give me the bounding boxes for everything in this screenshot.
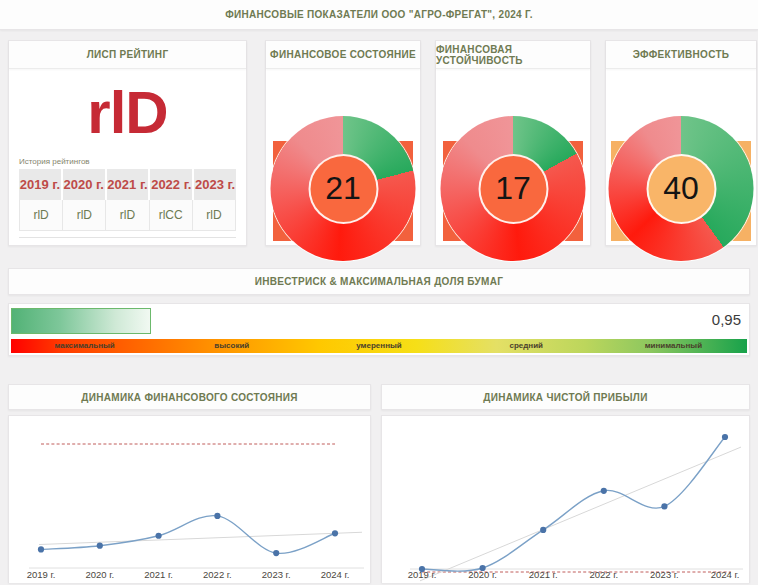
invest-risk-panel: 0,95 максимальныйвысокийумеренныйсредний… [8, 303, 750, 356]
divider [19, 237, 236, 238]
rating-history-year-cell: 2022 г. [150, 169, 194, 200]
financial-state-chart-panel: 2019 г.2020 г.2021 г.2022 г.2023 г.2024 … [8, 415, 371, 583]
svg-text:2020 г.: 2020 г. [85, 569, 114, 580]
rating-history-value-cell: rlD [19, 200, 62, 231]
net-profit-chart-header: ДИНАМИКА ЧИСТОЙ ПРИБЫЛИ [381, 384, 750, 410]
gauge-value: 21 [308, 154, 378, 224]
net-profit-dynamics-chart: 2019 г.2020 г.2021 г.2022 г.2023 г.2024 … [382, 416, 751, 584]
svg-text:2019 г.: 2019 г. [27, 569, 56, 580]
rating-history-years-row: 2019 г.2020 г.2021 г.2022 г.2023 г. [19, 169, 236, 200]
gauge-value: 40 [646, 154, 716, 224]
gauge-body: 17 [436, 69, 590, 247]
gauge-donut-chart: 40 [609, 116, 754, 261]
gauge-financial-state-header: ФИНАНСОВОЕ СОСТОЯНИЕ [266, 41, 420, 69]
rating-history-value-cell: rlD [192, 200, 236, 231]
svg-text:2023 г.: 2023 г. [262, 569, 291, 580]
svg-text:2021 г.: 2021 г. [529, 569, 558, 580]
gauge-financial-state: ФИНАНСОВОЕ СОСТОЯНИЕ 21 [265, 40, 421, 246]
svg-text:2019 г.: 2019 г. [408, 569, 437, 580]
invest-risk-title: ИНВЕСТРИСК & МАКСИМАЛЬНАЯ ДОЛЯ БУМАГ [255, 276, 503, 287]
dashboard: ФИНАНСОВЫЕ ПОКАЗАТЕЛИ ООО "Агро-Фрегат",… [0, 0, 758, 585]
financial-state-chart-title: ДИНАМИКА ФИНАНСОВОГО СОСТОЯНИЯ [81, 392, 297, 403]
gauge-donut-chart: 17 [441, 116, 586, 261]
risk-scale-label: высокий [158, 339, 305, 353]
lisp-rating-header: ЛИСП РЕЙТИНГ [9, 41, 246, 69]
current-rating-value: rlD [9, 71, 246, 155]
net-profit-chart-panel: 2019 г.2020 г.2021 г.2022 г.2023 г.2024 … [381, 415, 750, 583]
gauge-financial-stability-header: ФИНАНСОВАЯ УСТОЙЧИВОСТЬ [436, 41, 590, 69]
financial-state-chart-header: ДИНАМИКА ФИНАНСОВОГО СОСТОЯНИЯ [8, 384, 371, 410]
gauge-financial-stability-title: ФИНАНСОВАЯ УСТОЙЧИВОСТЬ [436, 44, 590, 66]
risk-scale-label: средний [453, 339, 600, 353]
lisp-rating-panel: ЛИСП РЕЙТИНГ rlD История рейтингов 2019 … [8, 40, 247, 246]
net-profit-chart-title: ДИНАМИКА ЧИСТОЙ ПРИБЫЛИ [483, 392, 647, 403]
svg-text:2023 г.: 2023 г. [650, 569, 679, 580]
rating-history-value-cell: rlD [105, 200, 148, 231]
rating-history-value-cell: rlD [62, 200, 105, 231]
rating-history-values-row: rlDrlDrlDrlCCrlD [19, 200, 236, 231]
risk-scale-label: умеренный [305, 339, 452, 353]
lisp-rating-title: ЛИСП РЕЙТИНГ [87, 49, 169, 60]
gauge-efficiency: ЭФФЕКТИВНОСТЬ 40 [605, 40, 757, 246]
svg-text:2022 г.: 2022 г. [589, 569, 618, 580]
gauge-value: 17 [478, 154, 548, 224]
risk-scale-label: максимальный [11, 339, 158, 353]
rating-history-label: История рейтингов [19, 157, 246, 166]
svg-text:2024 г.: 2024 г. [321, 569, 350, 580]
risk-fill-bar [11, 308, 151, 334]
gauge-financial-stability: ФИНАНСОВАЯ УСТОЙЧИВОСТЬ 17 [435, 40, 591, 246]
financial-state-dynamics-chart: 2019 г.2020 г.2021 г.2022 г.2023 г.2024 … [9, 416, 372, 584]
gauge-efficiency-title: ЭФФЕКТИВНОСТЬ [633, 49, 730, 60]
gauge-body: 21 [266, 69, 420, 247]
gauge-donut-chart: 21 [271, 116, 416, 261]
risk-value: 0,95 [712, 311, 741, 328]
gauge-financial-state-title: ФИНАНСОВОЕ СОСТОЯНИЕ [270, 49, 416, 60]
svg-text:2021 г.: 2021 г. [144, 569, 173, 580]
page-title: ФИНАНСОВЫЕ ПОКАЗАТЕЛИ ООО "Агро-Фрегат",… [225, 9, 533, 20]
rating-history-value-cell: rlCC [149, 200, 192, 231]
invest-risk-header: ИНВЕСТРИСК & МАКСИМАЛЬНАЯ ДОЛЯ БУМАГ [8, 268, 750, 295]
rating-history-table: 2019 г.2020 г.2021 г.2022 г.2023 г. rlDr… [19, 169, 236, 231]
risk-scale-label: минимальный [600, 339, 747, 353]
rating-history-year-cell: 2021 г. [107, 169, 151, 200]
svg-text:2022 г.: 2022 г. [203, 569, 232, 580]
rating-history-year-cell: 2023 г. [194, 169, 236, 200]
svg-text:2024 г.: 2024 г. [711, 569, 740, 580]
risk-scale-strip: максимальныйвысокийумеренныйсреднийминим… [11, 339, 747, 353]
gauge-efficiency-header: ЭФФЕКТИВНОСТЬ [606, 41, 756, 69]
page-title-bar: ФИНАНСОВЫЕ ПОКАЗАТЕЛИ ООО "Агро-Фрегат",… [0, 0, 758, 30]
svg-text:2020 г.: 2020 г. [468, 569, 497, 580]
gauge-body: 40 [606, 69, 756, 247]
rating-history-year-cell: 2020 г. [63, 169, 107, 200]
rating-history-year-cell: 2019 г. [19, 169, 63, 200]
